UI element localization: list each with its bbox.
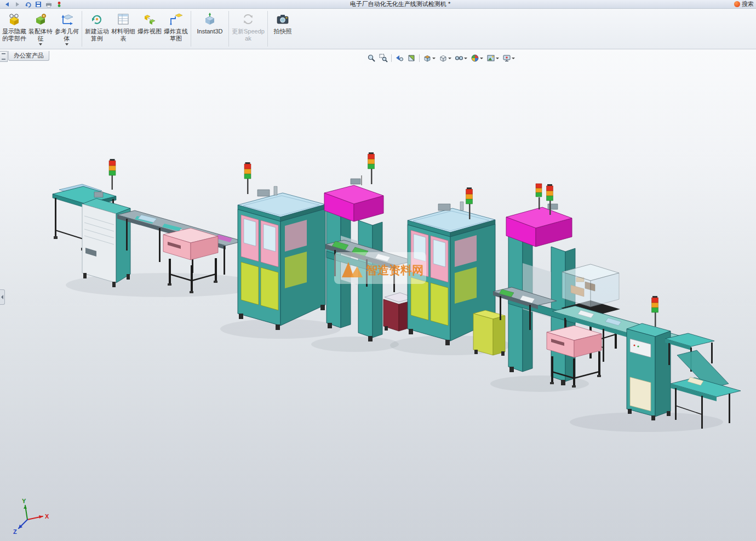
- dropdown-caret-icon: [448, 58, 451, 59]
- heads-up-view-toolbar: [364, 53, 518, 64]
- rebuild-icon[interactable]: [55, 1, 63, 8]
- search-icon: [734, 1, 740, 7]
- document-tab-label: 办公室产品: [14, 52, 44, 60]
- signal-tower[interactable]: [536, 184, 542, 209]
- dropdown-caret-icon: [512, 58, 515, 59]
- dropdown-caret-icon: [432, 58, 436, 59]
- undo-icon[interactable]: [24, 1, 32, 8]
- dropdown-caret-icon: [65, 43, 68, 45]
- save-icon[interactable]: [35, 1, 42, 8]
- toolbar-separator: [228, 11, 229, 47]
- exploded-view-icon: [142, 12, 157, 27]
- display-style-button[interactable]: [438, 53, 453, 63]
- toolbar-button-label: 装配体特征: [28, 28, 53, 42]
- zoom-to-area-button[interactable]: [378, 53, 389, 63]
- signal-tower[interactable]: [368, 152, 375, 184]
- signal-tower[interactable]: [109, 159, 116, 190]
- toolbar-separator: [191, 11, 191, 47]
- update-speedpak-icon: [241, 12, 255, 27]
- toolbar-button-label: 更新Speedpak: [231, 28, 265, 42]
- watermark-text: 智造资料网: [365, 264, 423, 276]
- take-snapshot-icon: [276, 12, 290, 27]
- toolbar-button-reference-geometry[interactable]: 参考几何体: [54, 9, 80, 49]
- headsup-separator: [419, 54, 420, 62]
- zoom-to-fit-button[interactable]: [366, 53, 377, 63]
- section-view-button[interactable]: [406, 53, 417, 63]
- panel-grid-icon: [2, 53, 5, 60]
- toolbar-button-label: Instant3D: [196, 28, 223, 35]
- triad-y-label: Y: [22, 498, 26, 504]
- toolbar-button-instant3d[interactable]: Instant3D: [193, 9, 227, 49]
- triad-z-label: Z: [13, 528, 17, 535]
- search-control[interactable]: 搜索: [734, 0, 756, 8]
- toolbar-button-new-motion-study[interactable]: 新建运动算例: [84, 9, 110, 49]
- hide-show-items-button[interactable]: [454, 53, 468, 63]
- search-label: 搜索: [742, 0, 754, 8]
- show-hidden-components-icon: [7, 12, 21, 27]
- view-orientation-button[interactable]: [422, 53, 437, 63]
- collapse-arrow-icon: [1, 295, 3, 299]
- headsup-separator: [391, 54, 392, 62]
- toolbar-button-update-speedpak: 更新Speedpak: [231, 9, 266, 49]
- assembly-command-toolbar: 显示隐藏的零部件 装配体特征 参考几何体: [0, 9, 756, 49]
- panel-collapse-handle[interactable]: [0, 289, 5, 305]
- watermark: 智造资料网: [334, 252, 426, 284]
- toolbar-button-label: 新建运动算例: [84, 28, 110, 42]
- toolbar-button-show-hidden-components[interactable]: 显示隐藏的零部件: [1, 9, 27, 49]
- view-triad[interactable]: X Y Z: [13, 498, 49, 535]
- assembly-features-icon: [33, 12, 48, 27]
- previous-view-button[interactable]: [394, 53, 405, 63]
- loader-cabinet[interactable]: [82, 159, 130, 287]
- toolbar-button-label: 参考几何体: [54, 28, 79, 42]
- test-station-1[interactable]: [238, 162, 325, 330]
- toolbar-separator: [82, 11, 82, 47]
- toolbar-button-label: 爆炸视图: [137, 28, 162, 35]
- solidworks-window: { "window": { "title": "电子厂自动化无化生产线测试检测机…: [0, 0, 756, 541]
- view-settings-button[interactable]: [501, 53, 516, 63]
- toolbar-button-assembly-features[interactable]: 装配体特征: [27, 9, 54, 49]
- dropdown-caret-icon: [480, 58, 483, 59]
- toolbar-button-take-snapshot[interactable]: 拍快照: [270, 9, 296, 49]
- signal-tower[interactable]: [244, 162, 251, 194]
- toolbar-button-label: 拍快照: [273, 28, 293, 35]
- back-icon[interactable]: [3, 1, 11, 8]
- toolbar-button-label: 材料明细表: [111, 28, 136, 42]
- toolbar-button-label: 显示隐藏的零部件: [2, 28, 27, 42]
- instant3d-icon: [203, 12, 217, 27]
- toolbar-button-bill-of-materials[interactable]: 材料明细表: [110, 9, 136, 49]
- assembly-model: 智造资料网 X Y Z: [0, 0, 756, 541]
- triad-x-label: X: [45, 513, 49, 520]
- title-bar: 电子厂自动化无化生产线测试检测机 * 搜索: [0, 0, 756, 9]
- quick-access-toolbar: [0, 1, 66, 8]
- forward-icon[interactable]: [14, 1, 21, 8]
- toolbar-button-exploded-view[interactable]: 爆炸视图: [136, 9, 163, 49]
- explode-line-sketch-icon: [169, 12, 183, 27]
- toolbar-button-label: 爆炸直线草图: [163, 28, 188, 42]
- reference-geometry-icon: [60, 12, 74, 27]
- outfeed-conveyor-2[interactable]: [665, 333, 741, 429]
- dropdown-caret-icon: [464, 58, 467, 59]
- toolbar-separator: [267, 11, 268, 47]
- motion-study-icon: [90, 12, 104, 27]
- print-icon[interactable]: [45, 1, 53, 8]
- document-tab[interactable]: 办公室产品: [8, 51, 49, 61]
- toolbar-button-explode-line-sketch[interactable]: 爆炸直线草图: [163, 9, 189, 49]
- graphics-viewport[interactable]: 智造资料网 X Y Z: [0, 0, 756, 541]
- window-title: 电子厂自动化无化生产线测试检测机 *: [66, 0, 734, 8]
- apply-scene-button[interactable]: [485, 53, 500, 63]
- bill-of-materials-icon: [116, 12, 130, 27]
- dropdown-caret-icon: [496, 58, 499, 59]
- signal-tower[interactable]: [652, 296, 658, 327]
- edit-appearance-button[interactable]: [469, 53, 484, 63]
- feature-manager-icon[interactable]: [0, 51, 8, 62]
- dropdown-caret-icon: [39, 43, 42, 45]
- outfeed-cabinet[interactable]: [627, 296, 671, 420]
